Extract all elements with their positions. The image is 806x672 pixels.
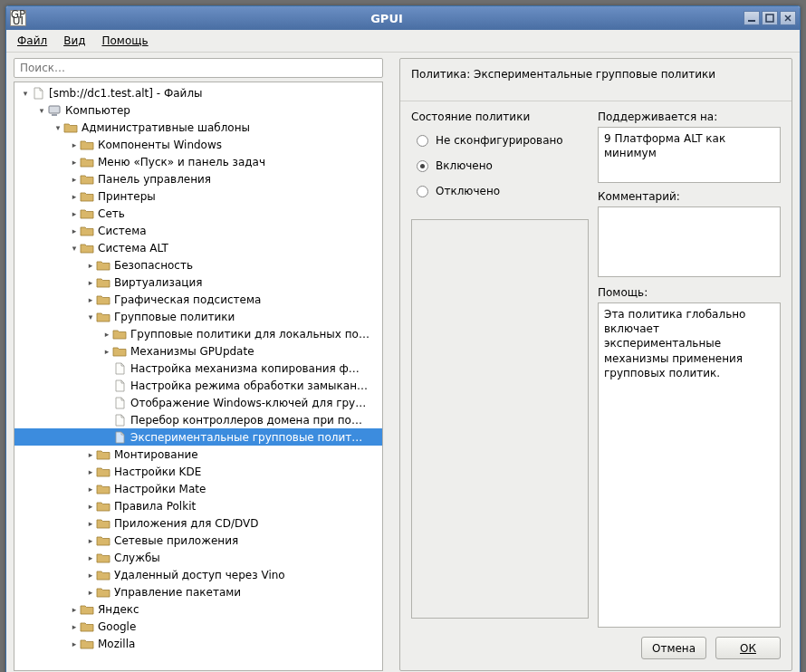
tree-row[interactable]: Настройка механизма копирования ф… xyxy=(14,360,382,377)
supported-text: 9 Платформа ALT как минимум xyxy=(598,127,781,183)
folder-icon xyxy=(80,638,94,650)
folder-icon xyxy=(96,448,110,461)
tree-row[interactable]: Настройка режима обработки замыкан… xyxy=(14,377,382,394)
chevron-right-icon[interactable]: ▸ xyxy=(85,467,96,476)
tree-row[interactable]: ▸Управление пакетами xyxy=(14,583,382,600)
tree-row[interactable]: ▸Настройки Mate xyxy=(14,480,382,497)
tree-row[interactable]: ▸Приложения для CD/DVD xyxy=(14,514,382,532)
radio-icon xyxy=(417,186,428,197)
state-label: Состояние политики xyxy=(411,110,589,123)
tree-row[interactable]: ▸Сетевые приложения xyxy=(14,532,382,549)
chevron-right-icon[interactable]: ▸ xyxy=(69,192,80,201)
tree-label: Компоненты Windows xyxy=(98,139,222,151)
tree-row[interactable]: ▸Google xyxy=(14,618,382,635)
close-button[interactable] xyxy=(780,11,796,25)
comment-label: Комментарий: xyxy=(598,190,781,203)
tree-row[interactable]: ▾[smb://dc1.test.alt] - Файлы xyxy=(14,84,382,101)
tree-row[interactable]: ▸Принтеры xyxy=(14,187,382,205)
maximize-button[interactable] xyxy=(762,11,778,25)
tree-label: Настройки Mate xyxy=(114,483,206,495)
tree-label: Система ALT xyxy=(98,242,168,254)
tree-row[interactable]: ▸Компоненты Windows xyxy=(14,136,382,153)
chevron-right-icon[interactable]: ▸ xyxy=(85,278,96,287)
tree-row[interactable]: ▸Графическая подсистема xyxy=(14,291,382,308)
supported-label: Поддерживается на: xyxy=(598,110,781,123)
folder-icon xyxy=(96,311,110,323)
svg-rect-0 xyxy=(748,20,755,22)
menu-help[interactable]: Помощь xyxy=(94,32,155,50)
chevron-right-icon[interactable]: ▸ xyxy=(101,347,112,356)
tree-row[interactable]: ▾Групповые политики xyxy=(14,308,382,325)
titlebar[interactable]: GPUI GPUI xyxy=(6,6,800,30)
tree-row[interactable]: ▸Механизмы GPUpdate xyxy=(14,342,382,360)
tree-row[interactable]: ▸Система xyxy=(14,222,382,239)
chevron-right-icon[interactable]: ▸ xyxy=(69,140,80,149)
tree-label: Сетевые приложения xyxy=(114,534,238,547)
chevron-right-icon[interactable]: ▸ xyxy=(85,502,96,511)
tree-row[interactable]: ▾Компьютер xyxy=(14,101,382,119)
chevron-right-icon[interactable]: ▸ xyxy=(85,588,96,597)
tree-row[interactable]: ▸Безопасность xyxy=(14,256,382,274)
folder-icon xyxy=(80,242,94,254)
chevron-right-icon[interactable]: ▸ xyxy=(69,158,80,167)
minimize-button[interactable] xyxy=(744,11,760,25)
tree-row[interactable]: ▸Групповые политики для локальных по… xyxy=(14,325,382,342)
tree-row[interactable]: Перебор контроллеров домена при по… xyxy=(14,411,382,428)
chevron-right-icon[interactable]: ▸ xyxy=(101,330,112,339)
tree-label: Приложения для CD/DVD xyxy=(114,517,258,530)
chevron-right-icon[interactable]: ▸ xyxy=(85,261,96,270)
menu-file[interactable]: Файл xyxy=(10,32,54,50)
tree-label: Графическая подсистема xyxy=(114,293,261,306)
radio-not-configured[interactable]: Не сконфигурировано xyxy=(411,130,589,156)
tree-label: Система xyxy=(98,225,147,237)
help-label: Помощь: xyxy=(598,286,781,299)
cancel-button[interactable]: Отмена xyxy=(641,637,706,659)
chevron-down-icon[interactable]: ▾ xyxy=(85,312,96,322)
tree-row[interactable]: ▸Виртуализация xyxy=(14,274,382,291)
tree-label: Удаленный доступ через Vino xyxy=(114,569,285,581)
tree-row[interactable]: ▸Удаленный доступ через Vino xyxy=(14,566,382,583)
tree-row[interactable]: ▾Система ALT xyxy=(14,239,382,256)
chevron-down-icon[interactable]: ▾ xyxy=(53,123,63,132)
comment-text[interactable] xyxy=(598,206,781,277)
tree-row[interactable]: ▸Панель управления xyxy=(14,170,382,187)
tree-view[interactable]: ▾[smb://dc1.test.alt] - Файлы▾Компьютер▾… xyxy=(14,82,383,671)
chevron-right-icon[interactable]: ▸ xyxy=(69,226,80,235)
chevron-right-icon[interactable]: ▸ xyxy=(85,450,96,459)
radio-enabled[interactable]: Включено xyxy=(411,156,589,181)
tree-row[interactable]: ▸Mozilla xyxy=(14,635,382,652)
folder-icon xyxy=(80,620,94,633)
chevron-right-icon[interactable]: ▸ xyxy=(85,553,96,562)
tree-row[interactable]: ▸Яндекс xyxy=(14,600,382,618)
ok-button[interactable]: ОК xyxy=(715,637,781,659)
tree-row[interactable]: ▸Сеть xyxy=(14,205,382,222)
chevron-down-icon[interactable]: ▾ xyxy=(20,89,31,98)
chevron-right-icon[interactable]: ▸ xyxy=(69,175,80,184)
tree-row[interactable]: ▸Службы xyxy=(14,549,382,566)
tree-row[interactable]: ▸Настройки KDE xyxy=(14,463,382,480)
chevron-right-icon[interactable]: ▸ xyxy=(69,639,80,648)
chevron-down-icon[interactable]: ▾ xyxy=(69,244,80,253)
chevron-right-icon[interactable]: ▸ xyxy=(85,519,96,528)
tree-row[interactable]: ▸Правила Polkit xyxy=(14,497,382,514)
tree-row[interactable]: ▾Административные шаблоны xyxy=(14,119,382,136)
chevron-right-icon[interactable]: ▸ xyxy=(85,571,96,580)
right-pane: Политика: Экспериментальные групповые по… xyxy=(399,58,792,671)
tree-row[interactable]: Отображение Windows-ключей для гру… xyxy=(14,394,382,411)
chevron-down-icon[interactable]: ▾ xyxy=(36,106,47,115)
chevron-right-icon[interactable]: ▸ xyxy=(85,295,96,304)
chevron-right-icon[interactable]: ▸ xyxy=(85,536,96,545)
tree-row[interactable]: Экспериментальные групповые полит… xyxy=(14,428,382,446)
tree-row[interactable]: ▸Монтирование xyxy=(14,446,382,463)
splitter[interactable] xyxy=(389,58,394,671)
chevron-right-icon[interactable]: ▸ xyxy=(85,485,96,494)
search-input[interactable] xyxy=(14,58,383,78)
tree-row[interactable]: ▸Меню «Пуск» и панель задач xyxy=(14,153,382,170)
menu-view[interactable]: Вид xyxy=(56,32,92,50)
app-icon: GPUI xyxy=(10,10,26,26)
options-area xyxy=(411,219,589,619)
radio-disabled[interactable]: Отключено xyxy=(411,181,589,206)
chevron-right-icon[interactable]: ▸ xyxy=(69,622,80,631)
chevron-right-icon[interactable]: ▸ xyxy=(69,209,80,218)
chevron-right-icon[interactable]: ▸ xyxy=(69,605,80,614)
